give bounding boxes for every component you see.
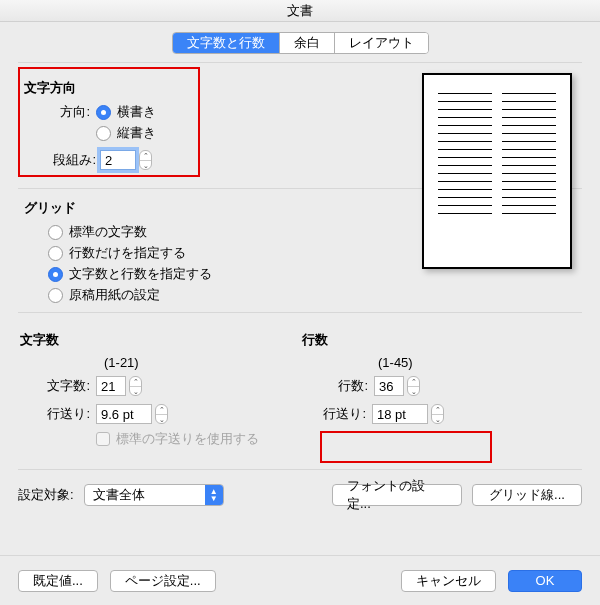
- radio-grid-standard[interactable]: [48, 225, 63, 240]
- columns-label: 段組み:: [48, 151, 96, 169]
- use-default-pitch-label: 標準の字送りを使用する: [116, 430, 259, 448]
- chars-range: (1-21): [104, 355, 300, 370]
- radio-grid-genkou-label: 原稿用紙の設定: [69, 286, 160, 304]
- radio-grid-genkou[interactable]: [48, 288, 63, 303]
- lines-count-label: 行数:: [328, 377, 368, 395]
- lines-count-stepper[interactable]: ⌃⌄: [407, 376, 420, 396]
- tab-margins[interactable]: 余白: [280, 33, 335, 53]
- gridlines-button[interactable]: グリッド線...: [472, 484, 582, 506]
- select-caret-icon: ▲▼: [205, 485, 223, 505]
- font-settings-button[interactable]: フォントの設定...: [332, 484, 462, 506]
- orientation-label: 方向:: [48, 103, 90, 121]
- window-title: 文書: [0, 0, 600, 22]
- chars-count-input[interactable]: [96, 376, 126, 396]
- tabs: 文字数と行数 余白 レイアウト: [18, 32, 582, 54]
- lines-pitch-stepper[interactable]: ⌃⌄: [431, 404, 444, 424]
- apply-to-select[interactable]: 文書全体 ▲▼: [84, 484, 224, 506]
- radio-horizontal-label: 横書き: [117, 103, 156, 121]
- chars-pitch-stepper[interactable]: ⌃⌄: [155, 404, 168, 424]
- radio-grid-chars-lines[interactable]: [48, 267, 63, 282]
- defaults-button[interactable]: 既定値...: [18, 570, 98, 592]
- dialog-content: 文字数と行数 余白 レイアウト: [0, 22, 600, 555]
- page-setup-button[interactable]: ページ設定...: [110, 570, 216, 592]
- columns-stepper[interactable]: ⌃⌄: [139, 150, 152, 170]
- lines-count-input[interactable]: [374, 376, 404, 396]
- columns-field: ⌃⌄: [100, 150, 152, 170]
- dialog-footer: 既定値... ページ設定... キャンセル OK: [0, 555, 600, 605]
- radio-grid-lines-only[interactable]: [48, 246, 63, 261]
- radio-grid-chars-lines-label: 文字数と行数を指定する: [69, 265, 212, 283]
- lines-pitch-label: 行送り:: [314, 405, 366, 423]
- apply-to-label: 設定対象:: [18, 486, 74, 504]
- tab-layout[interactable]: レイアウト: [335, 33, 428, 53]
- ok-button[interactable]: OK: [508, 570, 582, 592]
- cancel-button[interactable]: キャンセル: [401, 570, 496, 592]
- radio-horizontal[interactable]: [96, 105, 111, 120]
- tab-pane: 文字方向 方向: 横書き 縦書き 段組み:: [18, 62, 582, 542]
- radio-grid-lines-only-label: 行数だけを指定する: [69, 244, 186, 262]
- columns-input[interactable]: [100, 150, 136, 170]
- section-chars-title: 文字数: [20, 331, 300, 349]
- radio-grid-standard-label: 標準の文字数: [69, 223, 147, 241]
- tab-chars-lines[interactable]: 文字数と行数: [173, 33, 280, 53]
- chars-pitch-input[interactable]: [96, 404, 152, 424]
- lines-pitch-input[interactable]: [372, 404, 428, 424]
- use-default-pitch-checkbox: [96, 432, 110, 446]
- chars-count-label: 文字数:: [38, 377, 90, 395]
- apply-to-value: 文書全体: [85, 486, 205, 504]
- page-preview: [422, 73, 572, 269]
- chars-count-stepper[interactable]: ⌃⌄: [129, 376, 142, 396]
- lines-range: (1-45): [378, 355, 582, 370]
- radio-vertical-label: 縦書き: [117, 124, 156, 142]
- chars-pitch-label: 行送り:: [38, 405, 90, 423]
- document-settings-window: 文書 文字数と行数 余白 レイアウト: [0, 0, 600, 605]
- radio-vertical[interactable]: [96, 126, 111, 141]
- section-lines-title: 行数: [302, 331, 582, 349]
